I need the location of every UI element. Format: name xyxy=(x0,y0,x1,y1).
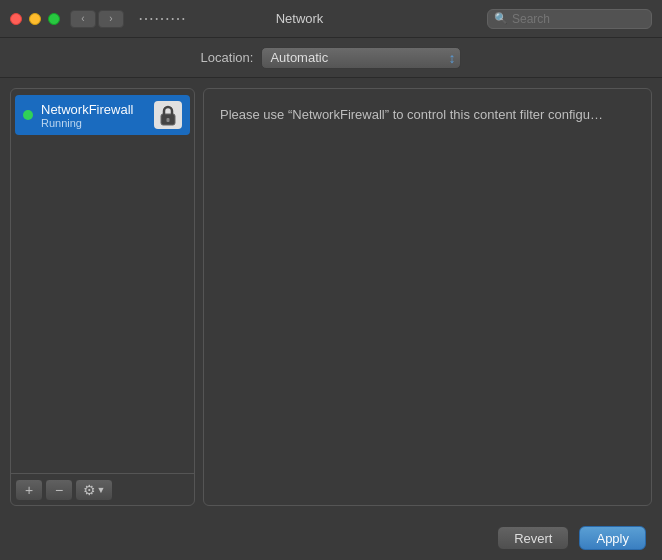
sidebar-list: NetworkFirewall Running xyxy=(11,89,194,473)
remove-button[interactable]: − xyxy=(45,479,73,501)
network-item-status: Running xyxy=(41,117,146,129)
back-button[interactable]: ‹ xyxy=(70,10,96,28)
search-input[interactable] xyxy=(512,12,645,26)
close-button[interactable] xyxy=(10,13,22,25)
sidebar-toolbar: + − ⚙ ▼ xyxy=(11,473,194,505)
list-item[interactable]: NetworkFirewall Running xyxy=(15,95,190,135)
main-content: NetworkFirewall Running + − ⚙ ▼ xyxy=(0,78,662,516)
add-button[interactable]: + xyxy=(15,479,43,501)
detail-message: Please use “NetworkFirewall” to control … xyxy=(220,105,603,125)
maximize-button[interactable] xyxy=(48,13,60,25)
location-bar: Location: Automatic Home Work Office ↕ xyxy=(0,38,662,78)
location-select-wrapper[interactable]: Automatic Home Work Office ↕ xyxy=(261,47,461,69)
lock-svg xyxy=(158,104,178,126)
revert-button[interactable]: Revert xyxy=(497,526,569,550)
window-title: Network xyxy=(112,11,487,26)
svg-rect-1 xyxy=(167,118,170,122)
traffic-lights xyxy=(10,13,60,25)
gear-button[interactable]: ⚙ ▼ xyxy=(75,479,113,501)
title-bar: ‹ › ⋯⋯⋯ Network 🔍 xyxy=(0,0,662,38)
status-dot xyxy=(23,110,33,120)
lock-icon xyxy=(154,101,182,129)
sidebar: NetworkFirewall Running + − ⚙ ▼ xyxy=(10,88,195,506)
apply-button[interactable]: Apply xyxy=(579,526,646,550)
location-label: Location: xyxy=(201,50,254,65)
minimize-button[interactable] xyxy=(29,13,41,25)
search-icon: 🔍 xyxy=(494,12,508,25)
gear-chevron-icon: ▼ xyxy=(97,485,106,495)
search-box[interactable]: 🔍 xyxy=(487,9,652,29)
location-select[interactable]: Automatic Home Work Office xyxy=(261,47,461,69)
network-item-name: NetworkFirewall xyxy=(41,102,146,117)
bottom-bar: Revert Apply xyxy=(0,516,662,560)
detail-panel: Please use “NetworkFirewall” to control … xyxy=(203,88,652,506)
network-item-info: NetworkFirewall Running xyxy=(41,102,146,129)
